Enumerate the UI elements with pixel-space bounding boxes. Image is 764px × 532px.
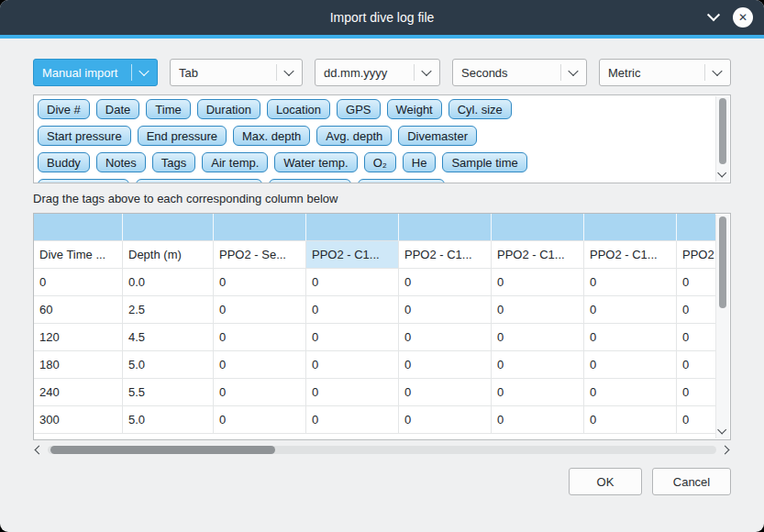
tag-he[interactable]: He [403, 152, 437, 172]
scroll-down-arrow-icon[interactable] [717, 426, 726, 435]
table-cell: 0 [492, 379, 584, 406]
table-cell: 5.5 [123, 379, 214, 406]
tag-o[interactable]: O₂ [364, 152, 396, 172]
scroll-left-arrow-icon[interactable] [35, 446, 44, 455]
tag-dive[interactable]: Dive # [38, 99, 90, 119]
drop-target-cell[interactable] [584, 214, 677, 241]
tag-start-pressure[interactable]: Start pressure [38, 126, 131, 146]
import-dialog-window: Import dive log file ✕ Manual import Tab… [0, 0, 764, 532]
tag-gps[interactable]: GPS [337, 99, 380, 119]
titlebar: Import dive log file ✕ [0, 0, 764, 35]
titlebar-buttons: ✕ [709, 0, 753, 35]
column-header[interactable]: PPO2 - C1... [584, 241, 677, 269]
drop-target-cell[interactable] [214, 214, 306, 241]
drop-target-cell[interactable] [123, 214, 214, 241]
table-cell: 0 [677, 324, 715, 351]
table-cell: 0 [34, 269, 123, 296]
units-combo[interactable]: Metric [599, 59, 731, 86]
column-header[interactable]: PPO2 - C1... [677, 241, 715, 269]
tag-time[interactable]: Time [146, 99, 190, 119]
tag-location[interactable]: Location [267, 99, 330, 119]
field-separator-combo[interactable]: Tab [170, 59, 303, 86]
chevron-down-icon [421, 66, 431, 76]
tag-sample-temperature[interactable]: Sample temperature [136, 179, 262, 183]
close-button[interactable]: ✕ [733, 7, 753, 28]
tag-water-temp[interactable]: Water temp. [274, 152, 357, 172]
table-row: 1805.0000000 [34, 351, 715, 379]
tag-sample-time[interactable]: Sample time [442, 152, 526, 172]
import-options-row: Manual import Tab dd.mm.yyyy Seconds Met [33, 59, 731, 86]
import-type-combo[interactable]: Manual import [33, 59, 158, 86]
column-header[interactable]: PPO2 - C1... [492, 241, 584, 269]
tag-notes[interactable]: Notes [96, 152, 146, 172]
table-vertical-scrollbar[interactable] [715, 215, 729, 438]
chevron-down-icon [568, 66, 578, 76]
table-cell: 5.0 [123, 351, 214, 379]
tag-avg-depth[interactable]: Avg. depth [316, 126, 392, 146]
chevron-down-icon[interactable] [707, 8, 720, 21]
table-cell: 0 [492, 269, 584, 296]
time-format-combo[interactable]: Seconds [452, 59, 587, 86]
tag-divemaster[interactable]: Divemaster [398, 126, 477, 146]
drop-target-cell[interactable] [34, 214, 123, 241]
dialog-button-row: OK Cancel [33, 468, 731, 495]
table-cell: 0 [214, 406, 306, 434]
tag-buddy[interactable]: Buddy [38, 152, 90, 172]
table-cell: 0 [214, 269, 306, 296]
table-cell: 0 [584, 269, 677, 296]
tag-air-temp[interactable]: Air temp. [202, 152, 268, 172]
column-header[interactable]: PPO2 - C1... [399, 241, 492, 269]
table-cell: 0 [677, 296, 715, 324]
column-header[interactable]: Dive Time ... [34, 241, 123, 269]
table-cell: 0 [306, 324, 399, 351]
tag-sample-depth[interactable]: Sample depth [38, 179, 129, 183]
tag-duration[interactable]: Duration [197, 99, 260, 119]
scroll-down-arrow-icon[interactable] [717, 169, 726, 178]
scroll-right-arrow-icon[interactable] [721, 446, 730, 455]
drop-target-cell[interactable] [492, 214, 584, 241]
scrollbar-thumb[interactable] [50, 446, 275, 454]
time-format-value: Seconds [461, 66, 508, 80]
table-cell: 0 [306, 296, 399, 324]
column-header-row: Dive Time ...Depth (m)PPO2 - Se...PPO2 -… [34, 241, 715, 269]
table-cell: 0 [306, 379, 399, 406]
column-header[interactable]: PPO2 - Se... [214, 241, 306, 269]
combo-separator [414, 64, 415, 81]
tag-end-pressure[interactable]: End pressure [138, 126, 227, 146]
table-cell: 60 [34, 296, 123, 324]
drop-target-cell[interactable] [399, 214, 492, 241]
table-cell: 0 [492, 296, 584, 324]
table-cell: 0.0 [123, 269, 214, 296]
table-row: 3005.0000000 [34, 406, 715, 434]
table-cell: 0 [677, 269, 715, 296]
tag-panel-vertical-scrollbar[interactable] [715, 96, 729, 182]
scrollbar-thumb[interactable] [719, 216, 726, 308]
table-cell: 120 [34, 324, 123, 351]
scrollbar-thumb[interactable] [719, 98, 726, 164]
date-format-combo[interactable]: dd.mm.yyyy [315, 59, 440, 86]
tag-date[interactable]: Date [96, 99, 139, 119]
table-cell: 0 [399, 406, 492, 434]
ok-button[interactable]: OK [569, 468, 642, 495]
combo-separator [131, 64, 132, 81]
drop-target-cell[interactable] [677, 214, 715, 241]
tag-max-depth[interactable]: Max. depth [233, 126, 310, 146]
tag-sample-po[interactable]: Sample pO₂ [269, 179, 351, 183]
tag-weight[interactable]: Weight [387, 99, 442, 119]
table-cell: 0 [677, 406, 715, 434]
drop-target-cell[interactable] [306, 214, 399, 241]
table-cell: 0 [306, 269, 399, 296]
drop-target-row [34, 214, 715, 241]
tag-tags[interactable]: Tags [152, 152, 195, 172]
column-header[interactable]: Depth (m) [123, 241, 214, 269]
table-cell: 0 [214, 351, 306, 379]
tag-cyl-size[interactable]: Cyl. size [448, 99, 512, 119]
table-cell: 4.5 [123, 324, 214, 351]
table-cell: 0 [399, 324, 492, 351]
chevron-down-icon [138, 66, 149, 76]
cancel-button[interactable]: Cancel [652, 468, 731, 495]
tag-row: Start pressureEnd pressureMax. depthAvg.… [38, 126, 710, 146]
tag-sample-cns[interactable]: Sample CNS [358, 179, 445, 183]
table-horizontal-scrollbar[interactable] [33, 443, 731, 457]
column-header[interactable]: PPO2 - C1... [306, 241, 399, 269]
